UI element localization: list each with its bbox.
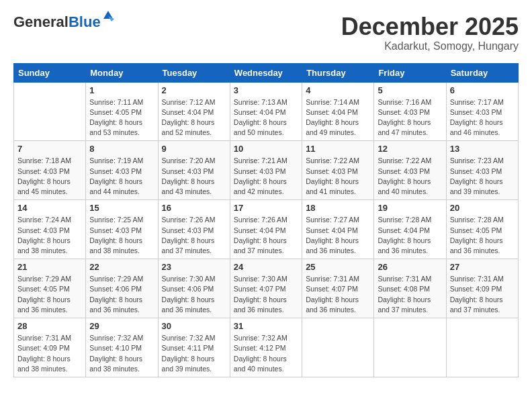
day-cell: 10Sunrise: 7:21 AMSunset: 4:03 PMDayligh… bbox=[230, 141, 302, 200]
day-cell bbox=[302, 318, 374, 377]
day-cell: 24Sunrise: 7:30 AMSunset: 4:07 PMDayligh… bbox=[230, 259, 302, 318]
day-info: Sunrise: 7:25 AMSunset: 4:03 PMDaylight:… bbox=[89, 215, 154, 256]
day-cell: 17Sunrise: 7:26 AMSunset: 4:04 PMDayligh… bbox=[230, 200, 302, 259]
day-cell: 3Sunrise: 7:13 AMSunset: 4:04 PMDaylight… bbox=[230, 82, 302, 141]
day-cell: 11Sunrise: 7:22 AMSunset: 4:03 PMDayligh… bbox=[302, 141, 374, 200]
header-row: SundayMondayTuesdayWednesdayThursdayFrid… bbox=[14, 63, 519, 82]
day-info: Sunrise: 7:18 AMSunset: 4:03 PMDaylight:… bbox=[17, 156, 82, 197]
title-block: December 2025 Kadarkut, Somogy, Hungary bbox=[341, 13, 519, 52]
day-info: Sunrise: 7:31 AMSunset: 4:07 PMDaylight:… bbox=[306, 274, 370, 315]
day-info: Sunrise: 7:13 AMSunset: 4:04 PMDaylight:… bbox=[234, 97, 298, 138]
day-cell: 19Sunrise: 7:28 AMSunset: 4:04 PMDayligh… bbox=[374, 200, 446, 259]
week-row-1: 7Sunrise: 7:18 AMSunset: 4:03 PMDaylight… bbox=[14, 141, 519, 200]
day-cell: 18Sunrise: 7:27 AMSunset: 4:04 PMDayligh… bbox=[302, 200, 374, 259]
day-info: Sunrise: 7:31 AMSunset: 4:09 PMDaylight:… bbox=[450, 274, 515, 315]
day-number: 11 bbox=[306, 144, 370, 154]
day-info: Sunrise: 7:11 AMSunset: 4:05 PMDaylight:… bbox=[89, 97, 154, 138]
day-info: Sunrise: 7:28 AMSunset: 4:04 PMDaylight:… bbox=[378, 215, 442, 256]
day-cell: 5Sunrise: 7:16 AMSunset: 4:03 PMDaylight… bbox=[374, 82, 446, 141]
day-cell: 13Sunrise: 7:23 AMSunset: 4:03 PMDayligh… bbox=[446, 141, 518, 200]
day-info: Sunrise: 7:14 AMSunset: 4:04 PMDaylight:… bbox=[306, 97, 370, 138]
day-cell bbox=[374, 318, 446, 377]
day-number: 6 bbox=[450, 85, 515, 95]
day-info: Sunrise: 7:20 AMSunset: 4:03 PMDaylight:… bbox=[162, 156, 226, 197]
day-cell: 9Sunrise: 7:20 AMSunset: 4:03 PMDaylight… bbox=[158, 141, 230, 200]
day-cell bbox=[14, 82, 86, 141]
day-info: Sunrise: 7:21 AMSunset: 4:03 PMDaylight:… bbox=[234, 156, 298, 197]
logo-blue: Blue bbox=[69, 13, 101, 30]
day-cell: 4Sunrise: 7:14 AMSunset: 4:04 PMDaylight… bbox=[302, 82, 374, 141]
header-cell-thursday: Thursday bbox=[302, 63, 374, 82]
day-info: Sunrise: 7:29 AMSunset: 4:05 PMDaylight:… bbox=[17, 274, 82, 315]
day-info: Sunrise: 7:26 AMSunset: 4:04 PMDaylight:… bbox=[234, 215, 298, 256]
day-info: Sunrise: 7:12 AMSunset: 4:04 PMDaylight:… bbox=[162, 97, 226, 138]
header-cell-tuesday: Tuesday bbox=[158, 63, 230, 82]
day-cell: 23Sunrise: 7:30 AMSunset: 4:06 PMDayligh… bbox=[158, 259, 230, 318]
day-number: 30 bbox=[162, 321, 226, 331]
day-info: Sunrise: 7:26 AMSunset: 4:03 PMDaylight:… bbox=[162, 215, 226, 256]
day-number: 23 bbox=[162, 262, 226, 272]
day-cell: 22Sunrise: 7:29 AMSunset: 4:06 PMDayligh… bbox=[86, 259, 158, 318]
day-number: 14 bbox=[17, 203, 82, 213]
day-info: Sunrise: 7:24 AMSunset: 4:03 PMDaylight:… bbox=[17, 215, 82, 256]
day-info: Sunrise: 7:16 AMSunset: 4:03 PMDaylight:… bbox=[378, 97, 442, 138]
day-cell: 16Sunrise: 7:26 AMSunset: 4:03 PMDayligh… bbox=[158, 200, 230, 259]
day-number: 2 bbox=[162, 85, 226, 95]
day-info: Sunrise: 7:30 AMSunset: 4:06 PMDaylight:… bbox=[162, 274, 226, 315]
page-subtitle: Kadarkut, Somogy, Hungary bbox=[341, 40, 519, 52]
day-number: 21 bbox=[17, 262, 82, 272]
week-row-3: 21Sunrise: 7:29 AMSunset: 4:05 PMDayligh… bbox=[14, 259, 519, 318]
day-info: Sunrise: 7:32 AMSunset: 4:12 PMDaylight:… bbox=[234, 333, 298, 374]
day-number: 7 bbox=[17, 144, 82, 154]
day-cell: 15Sunrise: 7:25 AMSunset: 4:03 PMDayligh… bbox=[86, 200, 158, 259]
day-number: 28 bbox=[17, 321, 82, 331]
day-number: 10 bbox=[234, 144, 298, 154]
day-cell: 25Sunrise: 7:31 AMSunset: 4:07 PMDayligh… bbox=[302, 259, 374, 318]
week-row-0: 1Sunrise: 7:11 AMSunset: 4:05 PMDaylight… bbox=[14, 82, 519, 141]
day-cell: 21Sunrise: 7:29 AMSunset: 4:05 PMDayligh… bbox=[14, 259, 86, 318]
day-cell: 27Sunrise: 7:31 AMSunset: 4:09 PMDayligh… bbox=[446, 259, 518, 318]
day-info: Sunrise: 7:17 AMSunset: 4:03 PMDaylight:… bbox=[450, 97, 515, 138]
day-cell: 28Sunrise: 7:31 AMSunset: 4:09 PMDayligh… bbox=[14, 318, 86, 377]
day-number: 9 bbox=[162, 144, 226, 154]
day-info: Sunrise: 7:29 AMSunset: 4:06 PMDaylight:… bbox=[89, 274, 154, 315]
logo-icon bbox=[102, 9, 114, 21]
day-info: Sunrise: 7:32 AMSunset: 4:10 PMDaylight:… bbox=[89, 333, 154, 374]
day-number: 31 bbox=[234, 321, 298, 331]
calendar-header: SundayMondayTuesdayWednesdayThursdayFrid… bbox=[14, 63, 519, 82]
calendar-table: SundayMondayTuesdayWednesdayThursdayFrid… bbox=[13, 63, 519, 377]
week-row-4: 28Sunrise: 7:31 AMSunset: 4:09 PMDayligh… bbox=[14, 318, 519, 377]
day-number: 1 bbox=[89, 85, 154, 95]
header-cell-saturday: Saturday bbox=[446, 63, 518, 82]
page-title: December 2025 bbox=[341, 13, 519, 40]
day-cell: 14Sunrise: 7:24 AMSunset: 4:03 PMDayligh… bbox=[14, 200, 86, 259]
week-row-2: 14Sunrise: 7:24 AMSunset: 4:03 PMDayligh… bbox=[14, 200, 519, 259]
day-info: Sunrise: 7:32 AMSunset: 4:11 PMDaylight:… bbox=[162, 333, 226, 374]
day-info: Sunrise: 7:28 AMSunset: 4:05 PMDaylight:… bbox=[450, 215, 515, 256]
day-number: 29 bbox=[89, 321, 154, 331]
day-cell: 6Sunrise: 7:17 AMSunset: 4:03 PMDaylight… bbox=[446, 82, 518, 141]
page-header: GeneralBlue December 2025 Kadarkut, Somo… bbox=[13, 13, 519, 52]
day-cell: 12Sunrise: 7:22 AMSunset: 4:03 PMDayligh… bbox=[374, 141, 446, 200]
day-number: 26 bbox=[378, 262, 442, 272]
day-number: 8 bbox=[89, 144, 154, 154]
day-cell: 2Sunrise: 7:12 AMSunset: 4:04 PMDaylight… bbox=[158, 82, 230, 141]
day-number: 12 bbox=[378, 144, 442, 154]
day-number: 3 bbox=[234, 85, 298, 95]
day-number: 20 bbox=[450, 203, 515, 213]
day-number: 15 bbox=[89, 203, 154, 213]
header-cell-wednesday: Wednesday bbox=[230, 63, 302, 82]
day-number: 24 bbox=[234, 262, 298, 272]
day-number: 18 bbox=[306, 203, 370, 213]
day-info: Sunrise: 7:31 AMSunset: 4:09 PMDaylight:… bbox=[17, 333, 82, 374]
day-info: Sunrise: 7:22 AMSunset: 4:03 PMDaylight:… bbox=[306, 156, 370, 197]
day-cell: 26Sunrise: 7:31 AMSunset: 4:08 PMDayligh… bbox=[374, 259, 446, 318]
day-cell: 29Sunrise: 7:32 AMSunset: 4:10 PMDayligh… bbox=[86, 318, 158, 377]
day-cell: 7Sunrise: 7:18 AMSunset: 4:03 PMDaylight… bbox=[14, 141, 86, 200]
logo-general: General bbox=[13, 13, 69, 30]
day-info: Sunrise: 7:30 AMSunset: 4:07 PMDaylight:… bbox=[234, 274, 298, 315]
day-info: Sunrise: 7:27 AMSunset: 4:04 PMDaylight:… bbox=[306, 215, 370, 256]
day-cell: 20Sunrise: 7:28 AMSunset: 4:05 PMDayligh… bbox=[446, 200, 518, 259]
day-number: 25 bbox=[306, 262, 370, 272]
day-number: 22 bbox=[89, 262, 154, 272]
